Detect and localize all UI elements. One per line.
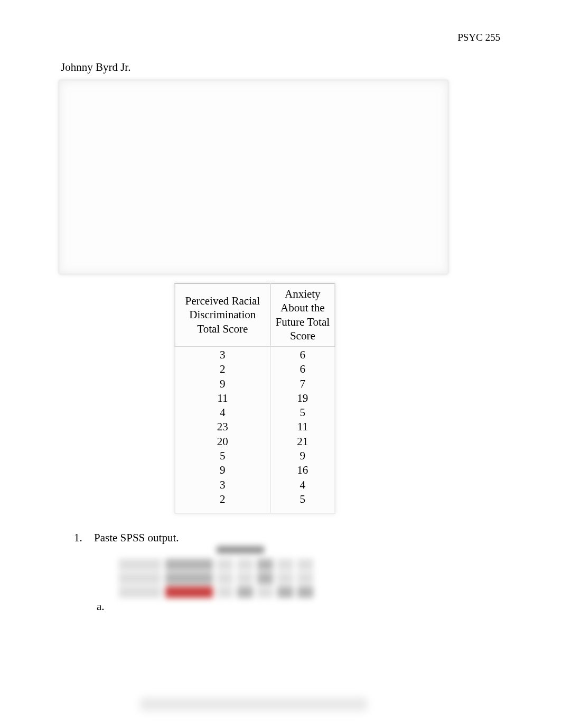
data-value: 9 bbox=[220, 463, 226, 477]
blurred-footer bbox=[140, 698, 367, 711]
data-value: 11 bbox=[217, 391, 228, 406]
data-value: 3 bbox=[220, 478, 226, 492]
table-header-row: Perceived Racial Discrimination Total Sc… bbox=[175, 283, 335, 346]
data-value: 11 bbox=[297, 420, 308, 434]
table-cell-anxiety: 6 6 7 19 5 11 21 9 16 4 5 bbox=[270, 346, 335, 513]
data-value: 3 bbox=[220, 348, 226, 362]
blurred-content-box bbox=[58, 79, 449, 275]
data-value: 6 bbox=[300, 362, 306, 376]
blurred-spss-output bbox=[119, 546, 362, 610]
data-value: 4 bbox=[300, 478, 306, 492]
question-1a-letter: a. bbox=[97, 600, 105, 613]
data-value: 5 bbox=[300, 492, 306, 506]
data-value: 2 bbox=[220, 492, 226, 506]
data-value: 5 bbox=[220, 449, 226, 463]
data-value: 9 bbox=[300, 449, 306, 463]
question-1: 1. Paste SPSS output. bbox=[74, 531, 179, 545]
author-name: Johnny Byrd Jr. bbox=[61, 61, 130, 74]
data-value: 21 bbox=[297, 435, 308, 449]
question-list: 1. Paste SPSS output. bbox=[74, 531, 179, 545]
data-value: 6 bbox=[300, 348, 306, 362]
column-header-perceived: Perceived Racial Discrimination Total Sc… bbox=[175, 283, 270, 346]
question-number: 1. bbox=[74, 531, 87, 545]
data-value: 23 bbox=[217, 420, 228, 434]
course-code: PSYC 255 bbox=[457, 32, 500, 43]
column-header-anxiety: Anxiety About the Future Total Score bbox=[270, 283, 335, 346]
data-value: 4 bbox=[220, 406, 226, 420]
table-cell-perceived: 3 2 9 11 4 23 20 5 9 3 2 bbox=[175, 346, 270, 513]
data-table: Perceived Racial Discrimination Total Sc… bbox=[174, 283, 335, 514]
data-value: 7 bbox=[300, 377, 306, 391]
table-row: 3 2 9 11 4 23 20 5 9 3 2 6 bbox=[175, 346, 335, 513]
data-value: 5 bbox=[300, 406, 306, 420]
data-value: 16 bbox=[297, 463, 308, 477]
data-table-container: Perceived Racial Discrimination Total Sc… bbox=[174, 283, 335, 514]
data-value: 9 bbox=[220, 377, 226, 391]
data-value: 2 bbox=[220, 362, 226, 376]
data-value: 20 bbox=[217, 435, 228, 449]
data-value: 19 bbox=[297, 391, 308, 406]
question-text: Paste SPSS output. bbox=[94, 531, 179, 545]
